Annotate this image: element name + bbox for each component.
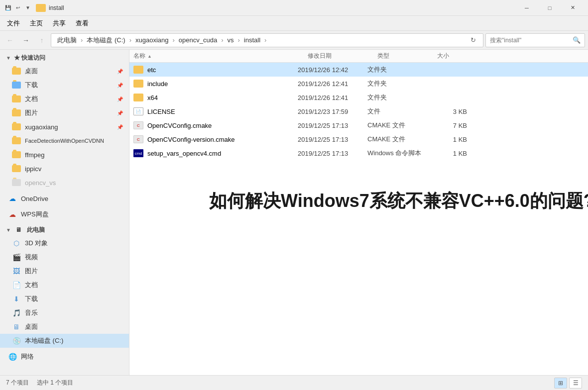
- thispc-section: ▼ 🖥 此电脑 ⬡ 3D 对象 🎬 视频 🖼 图片 📄 文档 ⬇: [0, 223, 129, 348]
- table-row[interactable]: cmd setup_vars_opencv4.cmd 2019/12/25 17…: [129, 146, 588, 160]
- up-button[interactable]: ↑: [35, 33, 49, 47]
- sidebar-item-network[interactable]: 🌐 网络: [0, 350, 129, 364]
- folder-icon: [12, 82, 21, 89]
- sidebar-item-localc[interactable]: 💿 本地磁盘 (C:): [0, 334, 129, 348]
- close-button[interactable]: ✕: [561, 0, 584, 16]
- window-title: install: [49, 4, 64, 11]
- sidebar-label-desk2: 桌面: [25, 322, 38, 331]
- file-list: etc 2019/12/26 12:42 文件夹 include 2019/12…: [129, 63, 588, 160]
- sidebar-item-opencv-vs[interactable]: opencv_vs: [0, 176, 129, 190]
- file-list-header: 名称 ▲ 修改日期 类型 大小: [129, 50, 588, 63]
- table-row[interactable]: etc 2019/12/26 12:42 文件夹: [129, 63, 588, 77]
- list-icon: ☰: [573, 380, 579, 387]
- sidebar-item-music[interactable]: 🎵 音乐: [0, 306, 129, 320]
- thispc-arrow: ▼: [6, 227, 11, 233]
- drive-icon: 💿: [12, 336, 21, 345]
- folder-icon: [12, 137, 21, 144]
- col-size-header[interactable]: 大小: [437, 52, 477, 60]
- computer-icon: 🖥: [14, 225, 23, 234]
- file-size: 7 KB: [427, 122, 467, 129]
- address-vs[interactable]: vs: [226, 35, 236, 45]
- nav-bar: ← → ↑ 此电脑 › 本地磁盘 (C:) › xugaoxiang › ope…: [0, 31, 588, 50]
- forward-button[interactable]: →: [19, 33, 33, 47]
- file-type: 文件夹: [367, 79, 427, 88]
- thispc-label: 此电脑: [27, 226, 45, 234]
- sidebar-label-xugaoxiang: xugaoxiang: [25, 123, 58, 131]
- sidebar-item-onedrive[interactable]: ☁ OneDrive: [0, 192, 129, 205]
- folder-icon: [12, 123, 21, 130]
- thispc-header[interactable]: ▼ 🖥 此电脑: [0, 223, 129, 236]
- address-xugaoxiang[interactable]: xugaoxiang: [133, 35, 171, 45]
- sidebar-label-pic: 图片: [25, 267, 38, 276]
- file-name: cmd setup_vars_opencv4.cmd: [133, 149, 298, 157]
- file-name: x64: [133, 94, 298, 101]
- search-bar[interactable]: 🔍: [485, 33, 585, 47]
- more-icon: ▼: [24, 4, 32, 12]
- quick-access-label: ★ 快速访问: [14, 54, 45, 62]
- address-thispc[interactable]: 此电脑: [55, 35, 79, 46]
- sidebar-item-3d[interactable]: ⬡ 3D 对象: [0, 236, 129, 250]
- table-row[interactable]: C OpenCVConfig-version.cmake 2019/12/25 …: [129, 132, 588, 146]
- sidebar-item-desk2[interactable]: 🖥 桌面: [0, 320, 129, 334]
- sidebar-item-desktop[interactable]: 桌面 📌: [0, 64, 129, 78]
- sidebar-label-ffmpeg: ffmpeg: [25, 151, 45, 159]
- file-name: C OpenCVConfig.cmake: [133, 121, 298, 129]
- address-opencv-cuda[interactable]: opencv_cuda: [177, 35, 219, 45]
- table-row[interactable]: include 2019/12/26 12:41 文件夹: [129, 77, 588, 91]
- sidebar-item-documents[interactable]: 文档 📌: [0, 92, 129, 106]
- col-type-header[interactable]: 类型: [377, 52, 437, 60]
- file-name: 📄 LICENSE: [133, 107, 298, 115]
- file-date: 2019/12/23 17:59: [298, 108, 367, 115]
- list-view-button[interactable]: ☰: [569, 378, 582, 389]
- sidebar-item-doc2[interactable]: 📄 文档: [0, 278, 129, 292]
- grid-view-button[interactable]: ⊞: [554, 378, 567, 389]
- cmake-icon: C: [133, 121, 143, 129]
- file-size: 1 KB: [427, 136, 467, 143]
- table-row[interactable]: 📄 LICENSE 2019/12/23 17:59 文件 3 KB: [129, 104, 588, 118]
- sidebar-item-pictures[interactable]: 图片 📌: [0, 106, 129, 120]
- address-localc[interactable]: 本地磁盘 (C:): [85, 35, 127, 46]
- sidebar-item-wps[interactable]: ☁ WPS网盘: [0, 207, 129, 221]
- col-name-header[interactable]: 名称 ▲: [133, 52, 308, 60]
- table-row[interactable]: x64 2019/12/26 12:41 文件夹: [129, 91, 588, 104]
- col-date-header[interactable]: 修改日期: [308, 52, 377, 60]
- quick-access-header[interactable]: ▼ ★ 快速访问: [0, 52, 129, 64]
- network-section: 🌐 网络: [0, 350, 129, 364]
- pin-icon: 📌: [117, 110, 123, 116]
- pin-icon: 📌: [117, 69, 123, 74]
- sidebar-label-documents: 文档: [25, 95, 38, 103]
- sidebar-item-ippicv[interactable]: ippicv: [0, 162, 129, 176]
- minimize-button[interactable]: ─: [515, 0, 538, 16]
- sidebar-item-downloads[interactable]: 下载 📌: [0, 78, 129, 92]
- sidebar-label-desktop: 桌面: [25, 67, 38, 76]
- onedrive-icon: ☁: [8, 194, 17, 203]
- menu-view[interactable]: 查看: [71, 17, 94, 30]
- table-row[interactable]: C OpenCVConfig.cmake 2019/12/25 17:13 CM…: [129, 118, 588, 132]
- sidebar-item-face-detection[interactable]: FaceDetectionWithOpenCVDNN: [0, 134, 129, 148]
- doc-icon: 📄: [12, 281, 21, 290]
- file-type: 文件: [367, 107, 427, 116]
- content-area: 名称 ▲ 修改日期 类型 大小 etc 2019/12/26 12:42 文件夹…: [129, 50, 588, 375]
- sidebar-item-video[interactable]: 🎬 视频: [0, 250, 129, 264]
- sidebar-item-dl2[interactable]: ⬇ 下载: [0, 292, 129, 306]
- quick-access-arrow: ▼: [6, 55, 11, 61]
- search-icon[interactable]: 🔍: [573, 36, 581, 44]
- sidebar-item-pic[interactable]: 🖼 图片: [0, 264, 129, 278]
- file-date: 2019/12/25 17:13: [298, 150, 367, 157]
- refresh-button[interactable]: ↻: [467, 34, 479, 46]
- menu-share[interactable]: 共享: [48, 17, 71, 30]
- search-input[interactable]: [490, 37, 571, 44]
- maximize-button[interactable]: □: [538, 0, 561, 16]
- address-install[interactable]: install: [242, 35, 262, 45]
- sidebar-label-wps: WPS网盘: [21, 210, 49, 219]
- menu-file[interactable]: 文件: [2, 17, 25, 30]
- pic-icon: 🖼: [12, 267, 21, 276]
- file-name: include: [133, 80, 298, 88]
- address-bar[interactable]: 此电脑 › 本地磁盘 (C:) › xugaoxiang › opencv_cu…: [51, 33, 483, 47]
- menu-home[interactable]: 主页: [25, 17, 48, 30]
- back-button[interactable]: ←: [3, 33, 17, 47]
- sidebar-label-pictures: 图片: [25, 108, 38, 117]
- sidebar-item-ffmpeg[interactable]: ffmpeg: [0, 148, 129, 162]
- sidebar-item-xugaoxiang[interactable]: xugaoxiang 📌: [0, 120, 129, 134]
- sidebar-label-localc: 本地磁盘 (C:): [25, 336, 63, 345]
